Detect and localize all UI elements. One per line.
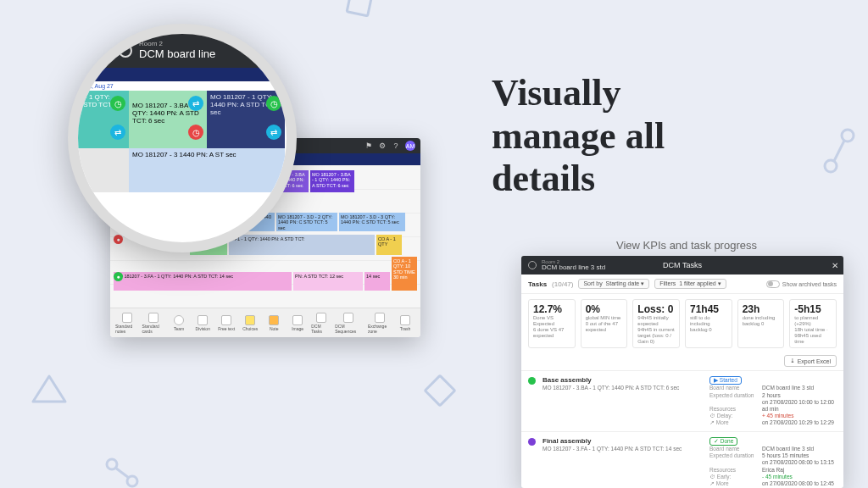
svg-line-3 [834,141,844,161]
board-card[interactable]: MO 181207 - 3.D - 2 QTY: 1440 PN: C STD … [276,213,337,231]
tasks-label: Tasks [528,280,547,288]
avatar[interactable]: AM [405,141,415,151]
mag-card-empty[interactable] [68,148,129,192]
tool-trash[interactable]: Trash [395,315,415,331]
tool-dcm-sequences[interactable]: DCM Sequences [335,313,361,334]
bg-shape-molecule-2 [103,456,141,488]
task-center-title: DCM Tasks [663,261,702,269]
task-topbar: Room 2 DCM board line 3 std DCM Tasks ✕ [521,256,843,274]
task-dot [528,377,536,385]
task-item[interactable]: Base assembly MO 181207 - 3.BA - 1 QTY: … [521,370,843,431]
board-toolbar: Standard notes Standard cards Team Divis… [110,308,420,337]
board-card[interactable]: 3.F1 - 1 QTY: 1440 PN: A STD TCT: [229,235,375,255]
status-badge: ▶ Started [709,376,742,385]
close-icon[interactable]: ✕ [832,261,838,270]
bg-shape-square [345,0,373,18]
task-name: Final assembly [542,437,703,445]
board-card[interactable]: PN: A STD TCT: 12 sec [293,272,363,291]
bg-shape-triangle [30,373,69,407]
clock-icon: ◷ [266,96,281,111]
task-list: Base assembly MO 181207 - 3.BA - 1 QTY: … [521,370,843,488]
kpi-card: 71h45still to doincluding backlog 0 [685,299,732,348]
svg-point-1 [842,130,854,141]
tool-image[interactable]: Image [287,315,308,331]
gear-icon[interactable]: ⚙ [378,141,387,150]
bg-shape-molecule [822,127,860,175]
filters-dropdown[interactable]: Filters 1 filter applied ▾ [654,279,726,289]
caption: View KPIs and task progress [526,239,848,252]
board-card[interactable]: MO 181207 - 3.FA - 1 QTY: 1440 PN: A STD… [114,272,292,291]
tool-note[interactable]: Note [264,315,284,331]
sortby-dropdown[interactable]: Sort by Starting date ▾ [578,279,649,289]
task-window: Room 2 DCM board line 3 std DCM Tasks ✕ … [521,256,843,488]
kpi-card: 12.7%Done VS Expected6 done VS 47 expect… [528,299,576,348]
board-card[interactable]: MO 181207 - 3.BA - 1 QTY: 1440 PN: A STD… [310,170,354,192]
status-chip-green: ● [114,272,123,281]
tool-standard-notes[interactable]: Standard notes [115,313,139,334]
tool-team[interactable]: Team [169,315,189,331]
task-board-title: DCM board line 3 std [542,264,605,271]
board-card[interactable]: CO A - 1 QTY [376,235,402,255]
bg-shape-diamond [423,374,457,408]
tool-standard-cards[interactable]: Standard cards [142,313,166,334]
task-code: MO 181207 - 3.FA - 1 QTY: 1440 PN: A STD… [542,446,703,452]
help-icon[interactable]: ? [392,141,400,150]
task-item[interactable]: Final assembly MO 181207 - 3.FA - 1 QTY:… [521,431,843,488]
kpi-card: 0%global MIN time0 out of the 47 expecte… [581,299,628,348]
status-badge: ✓ Done [709,437,737,446]
tool-division[interactable]: Division [192,315,213,331]
swap-icon: ⇄ [266,125,281,140]
status-chip-red: ● [114,235,123,244]
task-filter-bar: Tasks (10/47) Sort by Starting date ▾ Fi… [521,274,843,294]
headline-line: details [492,158,595,199]
task-code: MO 181207 - 3.BA - 1 QTY: 1440 PN: A STD… [542,385,703,391]
task-dot [528,438,536,446]
headline-line: Visually [492,72,620,114]
headline-line: manage all [492,115,665,157]
board-card[interactable]: CO A - 1 QTY: 10 STD TIME 30 min [392,257,417,291]
kpi-card: 23hdone includingbacklog 0 [737,299,785,348]
flag-icon[interactable]: ⚑ [364,141,373,150]
headline: Visually manage all details [492,72,814,201]
tool-free-text[interactable]: Free text [216,315,236,331]
tool-exchange-zone[interactable]: Exchange zone [368,313,392,334]
export-excel-button[interactable]: ⤓ Export Excel [784,355,837,367]
board-title: DCM board line [139,47,215,60]
mag-navstrip [78,68,287,81]
show-archived-toggle[interactable]: Show archived tasks [766,280,837,288]
board-card[interactable]: 14 sec [364,272,390,291]
svg-line-6 [115,468,129,478]
tasks-count: (10/47) [552,280,573,288]
globe-icon [528,261,537,269]
swap-icon: ⇄ [110,125,125,140]
mag-date-label: Thu, Aug 27 [78,81,287,91]
clock-icon: ◷ [188,125,203,140]
mag-card[interactable]: MO 181207 - 3 1440 PN: A ST sec [129,148,285,192]
magnifier-lens: Room 2 DCM board line Thu, Aug 27 MO 181… [68,24,297,252]
swap-icon: ⇄ [188,96,203,111]
mag-grid: MO 181207 - 1 QTY: 1440 PN: A STD TCT: 1… [78,91,287,226]
board-card[interactable]: MO 181207 - 3.D - 3 QTY: 1440 PN: C STD … [339,213,405,231]
kpi-card: Loss: 094h45 initially expected94h45 in … [632,299,680,348]
svg-point-2 [825,160,837,172]
svg-marker-0 [33,376,65,402]
kpi-card: -5h15to planned (+29%)18h total time · 9… [789,299,837,348]
clock-icon: ◷ [110,96,125,111]
kpi-row: 12.7%Done VS Expected6 done VS 47 expect… [521,294,843,353]
tool-dcm-tasks[interactable]: DCM Tasks [311,313,331,334]
tool-choices[interactable]: Choices [240,315,260,331]
mag-topbar: Room 2 DCM board line [78,34,287,68]
task-name: Base assembly [542,376,703,384]
globe-icon [119,44,132,58]
